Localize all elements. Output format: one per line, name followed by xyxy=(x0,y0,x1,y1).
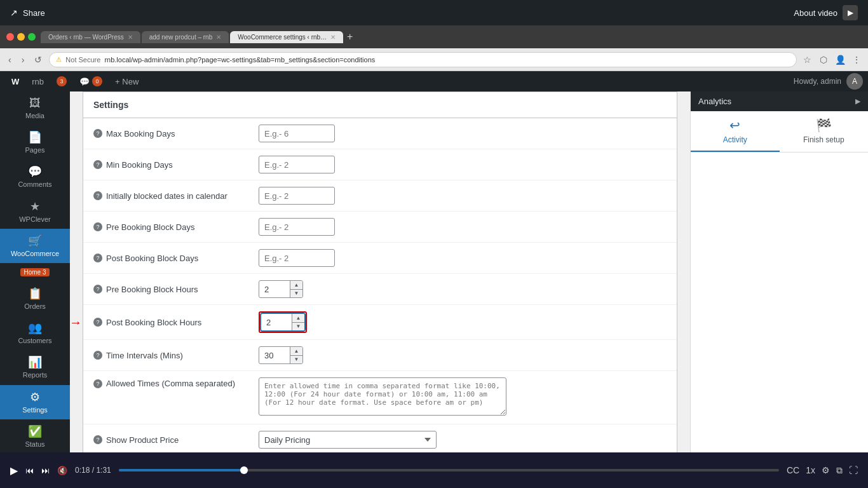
pre-hours-down[interactable]: ▼ xyxy=(290,290,302,298)
analytics-header[interactable]: Analytics ▶ xyxy=(691,92,868,111)
finish-setup-icon: 🏁 xyxy=(816,118,832,133)
content-area: Settings ? Max Booking Days xyxy=(70,92,690,452)
back-button[interactable]: ‹ xyxy=(5,53,15,66)
pages-icon: 📄 xyxy=(28,130,42,144)
time-intervals-spinners: ▲ ▼ xyxy=(290,347,302,363)
input-max-booking-days[interactable] xyxy=(259,125,335,142)
address-bar-row: ‹ › ↺ ⚠ Not Secure rnb.local/wp-admin/ad… xyxy=(0,48,868,71)
sidebar-item-comments[interactable]: 💬 Comments xyxy=(0,159,70,194)
finish-setup-label: Finish setup xyxy=(803,135,844,144)
extensions-icon[interactable]: ⬡ xyxy=(817,55,830,65)
row-post-booking-block-hours: → ? Post Booking Block Hours xyxy=(83,305,677,340)
admin-avatar[interactable]: A xyxy=(846,73,863,90)
label-post-booking-block-days: Post Booking Block Days xyxy=(106,254,198,263)
label-post-booking-block-hours: Post Booking Block Hours xyxy=(106,318,201,327)
share-icon: ↗ xyxy=(10,8,18,18)
help-icon-pre-block-hours[interactable]: ? xyxy=(93,285,102,294)
sidebar-item-reports[interactable]: 📊 Reports xyxy=(0,350,70,384)
label-pre-booking-block-days: Pre Booking Block Days xyxy=(106,222,194,232)
forward-button[interactable]: › xyxy=(18,53,28,66)
time-intervals-up[interactable]: ▲ xyxy=(290,347,302,356)
analytics-title: Analytics xyxy=(698,97,731,106)
help-icon-max-booking[interactable]: ? xyxy=(93,129,102,138)
wp-logo[interactable]: W xyxy=(5,71,25,92)
row-pre-booking-block-days: ? Pre Booking Block Days xyxy=(83,212,677,243)
sidebar-item-wpclever[interactable]: ★ WPClever xyxy=(0,194,70,229)
browser-tab-wc-settings[interactable]: WooCommerce settings ‹ rnb… ✕ xyxy=(230,31,343,43)
howdy-text: Howdy, admin xyxy=(789,77,846,86)
label-initially-blocked: Initially blocked dates in calendar xyxy=(106,191,227,201)
maximize-dot[interactable] xyxy=(28,33,36,41)
activity-finish-tabs: ↩ Activity 🏁 Finish setup xyxy=(691,111,868,152)
sidebar-item-status[interactable]: ✅ Status xyxy=(0,419,70,452)
help-icon-pre-block-days[interactable]: ? xyxy=(93,222,102,231)
help-icon-initially-blocked[interactable]: ? xyxy=(93,191,102,200)
input-initially-blocked[interactable] xyxy=(259,187,335,205)
help-icon-min-booking[interactable]: ? xyxy=(93,160,102,169)
pre-hours-up[interactable]: ▲ xyxy=(290,281,302,290)
red-arrow: → xyxy=(70,315,82,330)
help-icon-allowed-times[interactable]: ? xyxy=(93,379,102,388)
tab-activity[interactable]: ↩ Activity xyxy=(691,111,780,152)
post-hours-spinners: ▲ ▼ xyxy=(292,314,304,330)
row-pre-booking-block-hours: ? Pre Booking Block Hours ▲ ▼ xyxy=(83,274,677,305)
site-name[interactable]: rnb xyxy=(25,71,50,92)
sidebar-item-woocommerce[interactable]: 🛒 WooCommerce xyxy=(0,229,70,263)
analytics-collapse[interactable]: ▶ xyxy=(855,97,860,105)
row-max-booking-days: ? Max Booking Days xyxy=(83,118,677,149)
input-post-booking-block-days[interactable] xyxy=(259,249,335,267)
about-video-icon[interactable]: ▶ xyxy=(843,5,858,20)
tab-finish-setup[interactable]: 🏁 Finish setup xyxy=(780,111,869,152)
help-icon-show-product-price[interactable]: ? xyxy=(93,435,102,444)
time-intervals-down[interactable]: ▼ xyxy=(290,356,302,364)
new-tab-button[interactable]: + xyxy=(344,31,355,43)
row-post-booking-block-days: ? Post Booking Block Days xyxy=(83,243,677,274)
input-min-booking-days[interactable] xyxy=(259,156,335,173)
profile-icon[interactable]: 👤 xyxy=(834,55,846,65)
label-pre-booking-block-hours: Pre Booking Block Hours xyxy=(106,285,198,294)
help-icon-time-intervals[interactable]: ? xyxy=(93,351,102,360)
sidebar-item-orders[interactable]: 📋 Orders xyxy=(0,281,70,316)
menu-icon[interactable]: ⋮ xyxy=(850,55,863,65)
tab-close-orders[interactable]: ✕ xyxy=(128,34,133,41)
share-button[interactable]: ↗ Share xyxy=(10,8,45,18)
sidebar-item-home[interactable]: Home 3 xyxy=(0,263,70,281)
sidebar-item-pages[interactable]: 📄 Pages xyxy=(0,125,70,159)
post-hours-down[interactable]: ▼ xyxy=(292,323,304,331)
input-pre-booking-block-days[interactable] xyxy=(259,218,335,236)
settings-table: ? Max Booking Days ? M xyxy=(83,118,677,452)
settings-title: Settings xyxy=(83,92,677,118)
help-icon-post-block-days[interactable]: ? xyxy=(93,254,102,262)
tab-close-wc[interactable]: ✕ xyxy=(330,34,336,41)
refresh-button[interactable]: ↺ xyxy=(31,53,45,66)
sidebar-item-customers[interactable]: 👥 Customers xyxy=(0,316,70,350)
home-badge: Home 3 xyxy=(20,268,49,276)
select-show-product-price[interactable]: Daily Pricing Hourly Pricing xyxy=(259,431,437,449)
input-allowed-times[interactable] xyxy=(259,377,506,416)
bookmark-icon[interactable]: ☆ xyxy=(801,55,813,65)
label-time-intervals: Time Intervals (Mins) xyxy=(106,351,183,360)
tab-close-addproduct[interactable]: ✕ xyxy=(216,34,221,41)
woocommerce-icon: 🛒 xyxy=(28,234,42,248)
orders-icon: 📋 xyxy=(28,287,42,301)
browser-tab-addproduct[interactable]: add new prodcut – rnb ✕ xyxy=(142,31,229,43)
new-content[interactable]: + New xyxy=(109,71,145,92)
sidebar-item-media[interactable]: 🖼 Media xyxy=(0,92,70,125)
help-icon-post-block-hours[interactable]: ? xyxy=(93,318,102,327)
settings-icon: ⚙ xyxy=(30,390,40,404)
updates-count[interactable]: 3 xyxy=(50,71,73,92)
close-dot[interactable] xyxy=(6,33,14,41)
security-icon: ⚠ xyxy=(56,56,62,63)
post-hours-up[interactable]: ▲ xyxy=(292,314,304,323)
address-bar[interactable]: ⚠ Not Secure rnb.local/wp-admin/admin.ph… xyxy=(49,52,797,67)
row-min-booking-days: ? Min Booking Days xyxy=(83,149,677,180)
sidebar-item-settings[interactable]: ⚙ Settings xyxy=(0,385,70,419)
minimize-dot[interactable] xyxy=(17,33,25,41)
wpclever-icon: ★ xyxy=(30,200,40,214)
activity-tab-label: Activity xyxy=(723,135,747,144)
comments-count[interactable]: 💬 0 xyxy=(73,71,109,92)
browser-tab-orders[interactable]: Orders ‹ rnb — WordPress ✕ xyxy=(41,31,140,43)
activity-tab-icon: ↩ xyxy=(729,118,740,133)
media-icon: 🖼 xyxy=(29,97,41,110)
right-side-panel: Analytics ▶ ↩ Activity 🏁 Finish setup xyxy=(690,92,868,452)
